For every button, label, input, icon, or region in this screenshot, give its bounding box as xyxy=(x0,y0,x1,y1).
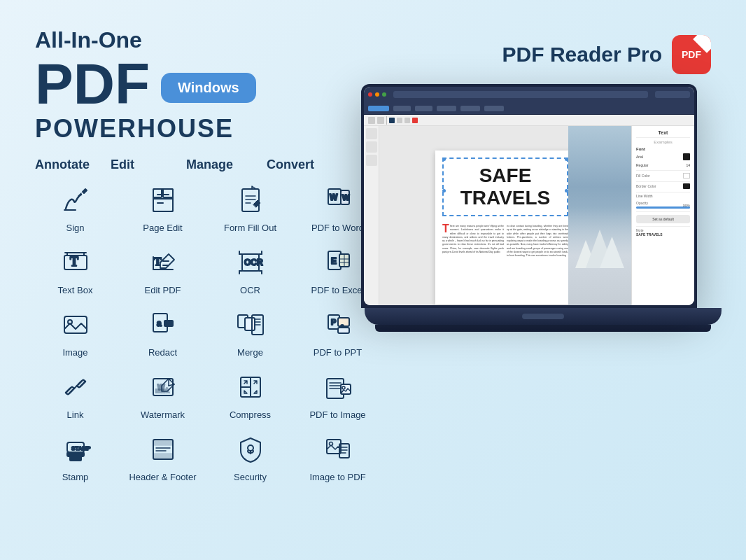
pdf-title-line1: SAFE xyxy=(449,164,561,187)
screen-content: SAFE TRAVELS T here are xyxy=(364,126,694,305)
panel-note-value: SAFE TRAVELS xyxy=(636,232,690,237)
svg-rect-49 xyxy=(245,318,255,330)
cat-manage: Manage xyxy=(186,158,267,172)
redact-icon: a xyxy=(145,307,181,343)
svg-text:STAMP: STAMP xyxy=(71,445,91,451)
svg-text:E: E xyxy=(331,256,337,266)
stamp-icon: STAMP xyxy=(57,431,94,468)
panel-title: Text xyxy=(636,130,690,138)
pdf-document: SAFE TRAVELS T here are xyxy=(435,150,575,304)
feature-security[interactable]: Security xyxy=(210,431,290,482)
sign-label: Sign xyxy=(66,223,84,233)
pdf-to-word-icon: W W xyxy=(320,182,356,218)
watermark-label: Watermark xyxy=(141,410,185,420)
image-to-pdf-icon xyxy=(320,431,356,468)
image-to-pdf-label: Image to PDF xyxy=(309,472,365,482)
svg-text:W: W xyxy=(342,193,350,202)
feature-form-fill[interactable]: Form Fill Out xyxy=(210,182,290,233)
text-box-label: Text Box xyxy=(58,285,93,295)
svg-rect-8 xyxy=(153,199,173,211)
feature-page-edit[interactable]: Page Edit xyxy=(122,182,203,233)
screen-toolbar xyxy=(364,87,694,102)
feature-link[interactable]: Link xyxy=(35,369,115,420)
laptop-mockup: SAFE TRAVELS T here are xyxy=(361,84,725,378)
ocr-icon: OCR xyxy=(232,244,269,281)
brand-block: PDF Reader Pro PDF xyxy=(502,28,711,74)
feature-text-box[interactable]: T Text Box xyxy=(35,244,115,295)
feature-merge[interactable]: Merge xyxy=(210,307,290,358)
windows-badge: Windows xyxy=(161,73,256,103)
cat-annotate: Annotate xyxy=(35,158,111,172)
svg-rect-6 xyxy=(153,189,162,197)
image-label: Image xyxy=(62,347,87,358)
headline-pdf: PDF xyxy=(35,55,150,113)
svg-rect-9 xyxy=(242,189,259,211)
form-fill-icon xyxy=(232,182,269,218)
feature-image-to-pdf[interactable]: Image to PDF xyxy=(297,431,378,482)
headline-block: All-In-One PDF Windows POWERHOUSE xyxy=(35,28,256,144)
edit-pdf-icon: T xyxy=(145,244,181,281)
brand-name: PDF Reader Pro xyxy=(502,43,662,66)
edit-pdf-label: Edit PDF xyxy=(144,285,181,295)
feature-stamp[interactable]: STAMP Stamp xyxy=(35,431,115,482)
pdf-to-excel-label: PDF to Excel xyxy=(311,285,365,295)
redact-label: Redact xyxy=(148,347,177,358)
laptop-stand xyxy=(375,325,711,332)
pdf-to-ppt-icon: P xyxy=(320,307,356,343)
merge-icon xyxy=(232,307,269,343)
compress-label: Compress xyxy=(230,410,271,420)
feature-edit-pdf[interactable]: T Edit PDF xyxy=(122,244,203,295)
link-label: Link xyxy=(67,410,84,420)
svg-rect-78 xyxy=(153,440,173,445)
svg-rect-47 xyxy=(164,321,173,326)
pdf-logo-icon: PDF xyxy=(672,35,711,74)
feature-sign[interactable]: Sign xyxy=(35,182,115,233)
image-icon xyxy=(57,307,94,343)
feature-header-footer[interactable]: Header & Footer xyxy=(122,431,203,482)
feature-ocr[interactable]: OCR OCR xyxy=(210,244,290,295)
svg-text:OCR: OCR xyxy=(244,258,263,267)
panel-subtitle: Examples xyxy=(636,140,690,144)
pdf-to-word-label: PDF to Word xyxy=(311,223,364,233)
pdf-to-image-label: PDF to Image xyxy=(309,410,365,420)
header-footer-label: Header & Footer xyxy=(129,472,196,482)
laptop-screen: SAFE TRAVELS T here are xyxy=(361,84,697,308)
link-icon xyxy=(57,369,94,405)
svg-text:W: W xyxy=(330,192,338,202)
screen-pdf-main: SAFE TRAVELS T here are xyxy=(379,126,631,305)
feature-compress[interactable]: Compress xyxy=(210,369,290,420)
page-edit-icon xyxy=(145,182,181,218)
svg-point-82 xyxy=(248,445,253,451)
feature-image[interactable]: Image xyxy=(35,307,115,358)
feature-redact[interactable]: a Redact xyxy=(122,307,203,358)
compress-icon xyxy=(232,369,269,405)
security-label: Security xyxy=(234,472,267,482)
svg-rect-58 xyxy=(338,328,349,333)
pdf-to-ppt-label: PDF to PPT xyxy=(314,347,362,358)
feature-watermark[interactable]: W mark Watermark xyxy=(122,369,203,420)
screen-right-panel: Text Examples Font Arial Regular 14 xyxy=(631,126,694,305)
svg-text:a: a xyxy=(157,318,162,328)
page-edit-label: Page Edit xyxy=(143,223,182,233)
form-fill-label: Form Fill Out xyxy=(224,223,276,233)
pdf-to-image-icon xyxy=(320,369,356,405)
svg-text:P: P xyxy=(331,318,336,326)
pdf-row: PDF Windows xyxy=(35,55,256,113)
pdf-title-line2: TRAVELS xyxy=(449,187,561,209)
svg-rect-74 xyxy=(70,455,81,461)
pdf-logo-text: PDF xyxy=(682,49,701,60)
headline-powerhouse: POWERHOUSE xyxy=(35,114,256,144)
watermark-icon: W mark xyxy=(145,369,181,405)
laptop-base xyxy=(365,308,722,325)
cat-convert: Convert xyxy=(267,158,347,172)
headline-line1: All-In-One xyxy=(35,28,256,52)
screen-inner: SAFE TRAVELS T here are xyxy=(364,87,694,305)
screen-left-sidebar xyxy=(364,126,379,305)
text-box-icon: T xyxy=(57,244,94,281)
svg-rect-79 xyxy=(153,454,173,459)
merge-label: Merge xyxy=(237,347,263,358)
ocr-label: OCR xyxy=(240,285,260,295)
header-footer-icon xyxy=(145,431,181,468)
sign-icon xyxy=(57,182,94,218)
pdf-title-box: SAFE TRAVELS xyxy=(442,158,568,216)
